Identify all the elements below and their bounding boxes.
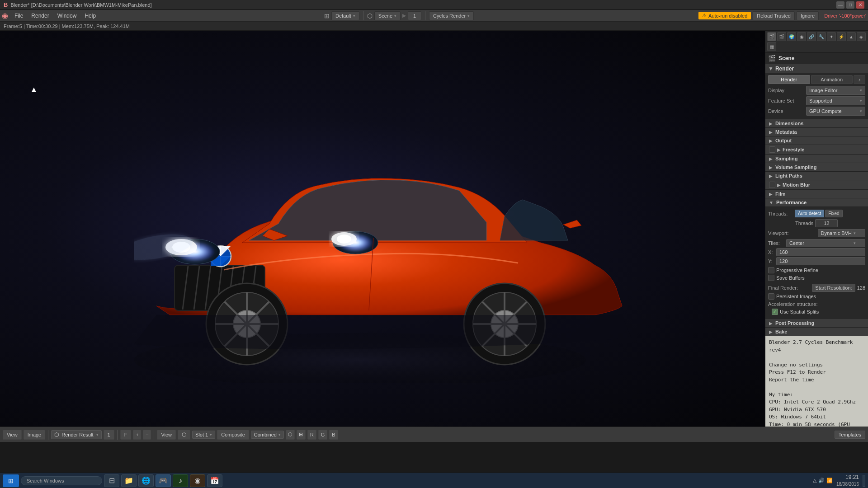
icon-btn-4[interactable]: G (318, 430, 327, 440)
start-res-button[interactable]: Start Resolution: (812, 284, 855, 292)
sampling-section[interactable]: ▶ Sampling (765, 155, 868, 163)
taskbar-app-chrome[interactable]: 🌐 (138, 474, 154, 487)
bake-section[interactable]: ▶ Bake (765, 328, 868, 336)
post-processing-section[interactable]: ▶ Post Processing (765, 319, 868, 328)
icon-btn-3[interactable]: R (307, 430, 316, 440)
spatial-splits-check[interactable]: ✓ (772, 309, 778, 315)
prop-icon-scene[interactable]: 🎬 (777, 32, 786, 41)
dimensions-label: Dimensions (775, 121, 803, 126)
taskbar-app-blender[interactable]: ◉ (190, 474, 205, 487)
threads-fixed-btn[interactable]: Fixed (825, 210, 842, 217)
menu-item-file[interactable]: File (11, 12, 27, 20)
prop-icon-render[interactable]: 🎬 (767, 32, 776, 41)
tab-render[interactable]: Render (768, 75, 810, 84)
taskbar-app-2[interactable]: 📁 (121, 474, 137, 487)
taskbar-app-steam[interactable]: 🎮 (156, 474, 171, 487)
slot-number[interactable]: 1 (104, 430, 114, 440)
save-buffers-check[interactable] (768, 275, 774, 281)
menu-item-help[interactable]: Help (81, 12, 99, 20)
maximize-button[interactable]: □ (846, 1, 854, 9)
frame-btn[interactable]: F (120, 430, 132, 440)
image-menu-btn[interactable]: Image (24, 430, 46, 440)
device-dropdown[interactable]: GPU Compute ▾ (806, 107, 865, 116)
add-btn[interactable]: + (133, 430, 141, 440)
view2-btn[interactable]: View (157, 430, 176, 440)
viewport-dropdown[interactable]: Dynamic BVH ▾ (818, 229, 865, 237)
threads-value-input[interactable]: 12 (815, 219, 838, 227)
minus-btn[interactable]: − (143, 430, 151, 440)
icon-btn-5[interactable]: B (329, 430, 338, 440)
metadata-arrow: ▶ (769, 130, 773, 135)
prop-icon-world[interactable]: 🌍 (787, 32, 796, 41)
minimize-button[interactable]: — (836, 1, 844, 9)
motion-blur-check[interactable] (769, 182, 775, 188)
taskbar-app-calendar[interactable]: 📅 (207, 474, 222, 487)
prop-icon-modifiers[interactable]: 🔧 (817, 32, 826, 41)
windows-start-button[interactable]: ⊞ (3, 474, 19, 487)
threads-auto-btn[interactable]: Auto-detect (795, 210, 824, 217)
show-desktop-btn[interactable] (863, 475, 865, 487)
prop-icon-object[interactable]: ◉ (797, 32, 806, 41)
freestyle-section[interactable]: ▶ Freestyle (765, 145, 868, 155)
performance-section: ▼ Performance Threads: Auto-detect Fixed (765, 198, 868, 319)
icon-btn-1[interactable]: ⬡ (286, 430, 295, 440)
light-paths-section[interactable]: ▶ Light Paths (765, 172, 868, 180)
prop-icon-data[interactable]: ▲ (847, 32, 856, 41)
titlebar-controls[interactable]: — □ ✕ (836, 1, 864, 9)
volume-sampling-section[interactable]: ▶ Volume Sampling (765, 163, 868, 172)
tab-audio[interactable]: ♪ (854, 75, 865, 84)
freestyle-check[interactable] (769, 146, 775, 153)
scene-dropdown[interactable]: Scene ▾ (374, 11, 401, 20)
network-wifi-icon[interactable]: 📶 (826, 478, 833, 483)
warning-icon: ⚠ (702, 13, 707, 19)
render-section-header[interactable]: ▼ Render (765, 64, 868, 73)
progressive-refine-check[interactable] (768, 267, 774, 273)
layout-dropdown[interactable]: Default ▾ (331, 11, 359, 20)
tab-animation[interactable]: Animation (811, 75, 853, 84)
prop-icon-texture[interactable]: ▦ (767, 42, 776, 51)
menu-item-window[interactable]: Window (54, 12, 80, 20)
spatial-splits-row: ✓ Use Spatial Splits (768, 309, 865, 315)
taskbar-left: ⊞ Search Windows ⊟ 📁 🌐 🎮 ♪ ◉ 📅 (3, 474, 222, 487)
feature-set-dropdown[interactable]: Supported ▾ (806, 96, 865, 105)
renderer-dropdown[interactable]: Cycles Render ▾ (429, 11, 474, 20)
volume-icon[interactable]: 🔊 (818, 478, 825, 483)
prop-icon-material[interactable]: ◈ (857, 32, 866, 41)
prop-icon-constraints[interactable]: 🔗 (807, 32, 816, 41)
frame-info: Frame:5 | Time:00:30.29 | Mem:123.75M, P… (4, 23, 130, 29)
close-button[interactable]: ✕ (856, 1, 864, 9)
performance-header[interactable]: ▼ Performance (765, 198, 868, 207)
taskbar-app-spotify[interactable]: ♪ (173, 474, 188, 487)
slot-label-dropdown[interactable]: Slot 1 ▾ (192, 431, 215, 439)
frame-input[interactable]: 1 (408, 11, 421, 20)
metadata-section[interactable]: ▶ Metadata (765, 128, 868, 136)
view-menu-btn[interactable]: View (3, 430, 22, 440)
prop-icon-physics[interactable]: ⚡ (837, 32, 846, 41)
engine-icon: ⬡ (367, 12, 373, 19)
film-section[interactable]: ▶ Film (765, 190, 868, 198)
viewport-arrow: ▾ (854, 231, 856, 235)
output-section[interactable]: ▶ Output (765, 136, 868, 145)
clock[interactable]: 19:21 18/08/2016 (836, 474, 859, 487)
templates-btn[interactable]: Templates (835, 431, 865, 439)
render-result-dropdown[interactable]: ⬡ Render Result ▾ (51, 430, 101, 439)
menu-item-render[interactable]: Render (28, 12, 52, 20)
taskbar-search-box[interactable]: Search Windows (21, 476, 102, 485)
motion-blur-section[interactable]: ▶ Motion Blur (765, 180, 868, 190)
combined-dropdown[interactable]: Combined ▾ (251, 431, 284, 439)
taskbar-app-1[interactable]: ⊟ (104, 474, 119, 487)
tiles-dropdown[interactable]: Center ▾ (786, 239, 865, 247)
display-dropdown[interactable]: Image Editor ▾ (806, 86, 865, 95)
composite-btn[interactable]: Composite (217, 430, 249, 440)
reload-trusted-button[interactable]: Reload Trusted (753, 11, 795, 20)
render-viewport[interactable]: ▲ (0, 31, 765, 427)
prop-icon-particles[interactable]: ✦ (827, 32, 836, 41)
network-icon[interactable]: △ (813, 478, 816, 483)
icon-btn-2[interactable]: ⊞ (297, 430, 306, 440)
ignore-button[interactable]: Ignore (797, 11, 819, 20)
persistent-images-check[interactable] (768, 293, 774, 300)
bake-label: Bake (775, 329, 787, 334)
tiles-y-input[interactable]: 120 (776, 257, 865, 265)
dimensions-section[interactable]: ▶ Dimensions (765, 119, 868, 128)
tiles-x-input[interactable]: 160 (776, 248, 865, 256)
